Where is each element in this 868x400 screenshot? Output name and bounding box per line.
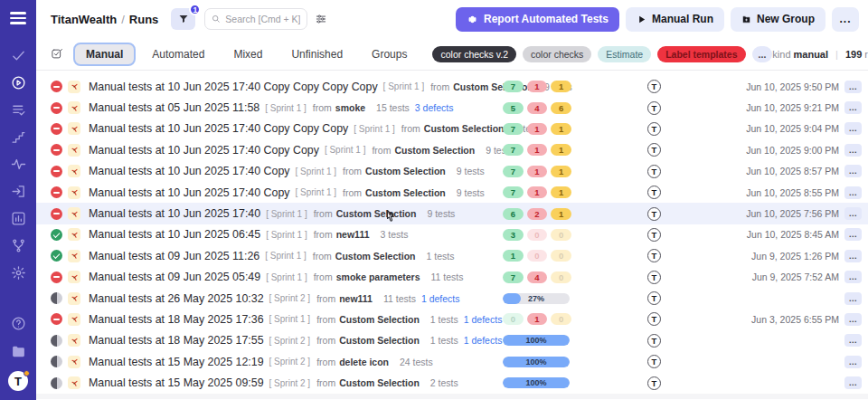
run-defects-link[interactable]: 3 defects [415,102,454,113]
run-source[interactable]: Custom Selection [339,314,420,325]
table-row[interactable]: Manual tests at 26 May 2025 10:32 [ Spri… [36,288,868,309]
search-input[interactable] [225,14,300,24]
table-row[interactable]: Manual tests at 10 Jun 2025 17:40 Copy C… [36,119,868,139]
row-more-button[interactable]: ... [844,144,862,157]
test-plans-icon[interactable] [10,101,27,119]
run-title[interactable]: Manual tests at 10 Jun 2025 17:40 [89,207,260,220]
run-title[interactable]: Manual tests at 15 May 2025 12:19 [89,356,264,368]
integrations-icon[interactable] [10,237,27,254]
run-source[interactable]: smoke [335,102,365,113]
run-source[interactable]: Custom Selection [365,187,446,198]
new-group-button[interactable]: New Group [731,7,826,32]
run-defects-link[interactable]: 1 defects [421,293,460,304]
tag-color-checks[interactable]: color checks [523,46,591,62]
table-row[interactable]: Manual tests at 10 Jun 2025 06:45 [ Spri… [36,224,868,245]
row-more-button[interactable]: ... [844,101,862,114]
row-more-button[interactable]: ... [844,122,862,135]
table-row[interactable]: Manual tests at 10 Jun 2025 17:40 Copy [… [36,182,868,203]
search-box[interactable] [204,8,307,30]
run-defects-link[interactable]: 1 defects [464,314,503,325]
run-source[interactable]: Custom Selection [365,166,446,176]
run-milestone: [ Sprint 2 ] [269,357,311,367]
run-title[interactable]: Manual tests at 10 Jun 2025 17:40 Copy [89,165,290,177]
run-source[interactable]: Custom Selection [339,335,420,346]
table-row[interactable]: Manual tests at 09 Jun 2025 11:26 [ Spri… [36,245,868,266]
run-title[interactable]: Manual tests at 05 Jun 2025 11:58 [89,101,259,114]
row-more-button[interactable]: ... [844,356,862,368]
run-source[interactable]: Custom Selection [424,123,505,134]
view-settings-button[interactable] [315,13,327,25]
analytics-icon[interactable] [10,210,27,227]
run-title[interactable]: Manual tests at 26 May 2025 10:32 [89,292,264,305]
table-row[interactable]: Manual tests at 18 May 2025 17:55 [ Spri… [36,330,868,351]
exports-icon[interactable] [10,183,27,200]
table-row[interactable]: Manual tests at 10 Jun 2025 17:40 [ Spri… [36,203,868,224]
tab-mixed[interactable]: Mixed [221,43,275,66]
table-row[interactable]: Manual tests at 10 Jun 2025 17:40 Copy [… [36,161,868,182]
run-title[interactable]: Manual tests at 10 Jun 2025 17:40 Copy C… [89,81,378,93]
run-emoji-icon [68,186,80,199]
run-author-avatar: T [647,271,661,284]
projects-folder-icon[interactable] [10,343,27,360]
row-more-button[interactable]: ... [844,207,862,220]
profile-avatar[interactable]: T [8,371,28,391]
run-source[interactable]: Custom Selection [394,145,475,156]
row-more-button[interactable]: ... [844,376,862,389]
activity-icon[interactable] [10,156,27,173]
table-row[interactable]: Manual tests at 15 May 2025 09:59 [ Spri… [36,372,868,393]
run-source[interactable]: Custom Selection [335,251,416,262]
test-cases-icon[interactable] [10,47,27,64]
row-more-button[interactable]: ... [844,228,862,241]
tag-color-checks-v-2[interactable]: color checks v.2 [432,46,516,62]
milestones-icon[interactable] [10,129,27,146]
runs-icon[interactable] [10,74,27,91]
table-row[interactable]: Manual tests at 09 Jun 2025 05:49 [ Spri… [36,267,868,288]
tab-groups[interactable]: Groups [359,43,420,66]
row-more-button[interactable]: ... [844,186,862,199]
row-more-button[interactable]: ... [844,81,862,93]
tag--[interactable]: ... [752,46,773,62]
run-title[interactable]: Manual tests at 10 Jun 2025 17:40 Copy C… [89,144,319,157]
run-title[interactable]: Manual tests at 10 Jun 2025 17:40 Copy [89,186,290,199]
tag-label-templates[interactable]: Label templates [657,46,745,62]
row-more-button[interactable]: ... [844,292,862,305]
row-more-button[interactable]: ... [844,334,862,347]
run-source[interactable]: new111 [339,293,373,304]
run-source[interactable]: delete icon [339,357,389,367]
filter-button[interactable]: 1 [171,8,195,30]
run-defects-link[interactable]: 1 defects [464,335,503,346]
run-source[interactable]: Custom Selection [336,208,417,219]
run-emoji-icon [68,250,80,262]
row-more-button[interactable]: ... [844,271,862,283]
table-row[interactable]: Manual tests at 18 May 2025 17:36 [ Spri… [36,309,868,329]
run-title[interactable]: Manual tests at 09 Jun 2025 05:49 [89,271,260,283]
run-source[interactable]: Custom Selection [339,377,420,388]
run-source[interactable]: new111 [336,229,370,240]
table-row[interactable]: Manual tests at 05 Jun 2025 11:58 [ Spri… [36,97,868,118]
tab-automated[interactable]: Automated [139,43,217,66]
table-row[interactable]: Manual tests at 10 Jun 2025 17:40 Copy C… [36,139,868,160]
run-title[interactable]: Manual tests at 18 May 2025 17:55 [89,334,264,347]
manual-run-button[interactable]: Manual Run [626,7,724,32]
run-title[interactable]: Manual tests at 18 May 2025 17:36 [89,313,264,326]
row-more-button[interactable]: ... [844,250,862,262]
table-row[interactable]: Manual tests at 15 May 2025 12:19 [ Spri… [36,351,868,372]
tab-unfinished[interactable]: Unfinished [278,43,355,66]
report-automated-tests-button[interactable]: Report Automated Tests [456,7,619,32]
run-title[interactable]: Manual tests at 09 Jun 2025 11:26 [89,250,259,262]
header-more-button[interactable]: ... [832,7,859,32]
help-icon[interactable] [10,315,27,332]
run-title[interactable]: Manual tests at 10 Jun 2025 06:45 [89,228,260,241]
breadcrumb-project[interactable]: TitanWealth [51,13,117,26]
hamburger-menu-icon[interactable] [10,9,26,27]
table-row[interactable]: Manual tests at 10 Jun 2025 17:40 Copy C… [36,76,868,97]
run-title[interactable]: Manual tests at 10 Jun 2025 17:40 Copy C… [89,122,348,135]
settings-gear-icon[interactable] [10,264,27,281]
row-more-button[interactable]: ... [844,165,862,177]
select-runs-icon[interactable] [51,47,64,62]
run-source[interactable]: smoke parameters [336,271,420,282]
tag-estimate[interactable]: Estimate [598,46,651,62]
run-title[interactable]: Manual tests at 15 May 2025 09:59 [89,376,264,389]
row-more-button[interactable]: ... [844,313,862,326]
tab-manual[interactable]: Manual [73,43,136,66]
